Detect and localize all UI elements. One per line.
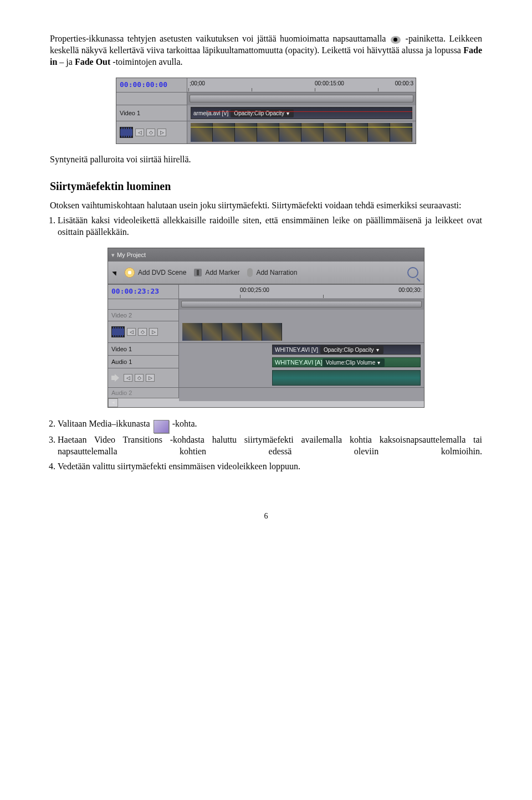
clip-property-dropdown[interactable]: Opacity:Clip Opacity ▾	[231, 109, 294, 117]
marker-icon	[194, 269, 202, 276]
track-tool[interactable]: ▷	[146, 374, 155, 382]
dvd-icon	[125, 268, 135, 278]
track-header-video1[interactable]: Video 1	[116, 105, 187, 121]
paragraph-3: Otoksen vaihtumiskohtaan halutaan usein …	[50, 200, 482, 212]
work-area-bar[interactable]	[190, 95, 413, 102]
page-number: 6	[50, 511, 482, 521]
steps-list-cont: Valitaan Media–ikkunasta -kohta. Haetaan…	[58, 418, 482, 472]
track-header-video1b[interactable]: Video 1	[108, 343, 179, 355]
track-controls: ◁ ◇ ▷	[116, 121, 187, 143]
audio-waveform[interactable]	[272, 370, 421, 386]
selection-tool-icon[interactable]	[112, 270, 118, 276]
track-header-audio1-ctrl: ◁ ◇ ▷	[108, 368, 179, 387]
timecode-display-2[interactable]: 00:00:23:23	[108, 285, 179, 299]
step-2: Valitaan Media–ikkunasta -kohta.	[58, 418, 482, 431]
track-tool-2[interactable]: ◇	[146, 129, 155, 136]
track-tool-1[interactable]: ◁	[135, 129, 144, 136]
clip-property-dropdown[interactable]: Volume:Clip Volume ▾	[323, 358, 385, 367]
track-header-video2[interactable]: Video 2	[108, 310, 179, 321]
clip-thumbnail-strip[interactable]	[191, 123, 412, 142]
video-clip-armeija[interactable]: armeija.avi [V] Opacity:Clip Opacity ▾	[191, 107, 412, 119]
clip-property-dropdown[interactable]: Opacity:Clip Opacity ▾	[320, 346, 383, 354]
track-tool[interactable]: ◇	[135, 374, 144, 382]
chevron-down-icon: ▾	[287, 110, 289, 117]
step-1: Lisätään kaksi videoleikettä allekkaisil…	[58, 215, 482, 238]
clip-thumbnail-strip-v2[interactable]	[182, 323, 282, 341]
track-header-audio1[interactable]: Audio 1	[108, 356, 179, 368]
track-header-video2-ctrl: ◁ ◇ ▷	[108, 321, 179, 342]
collapse-triangle-icon[interactable]: ▾	[111, 251, 115, 259]
heading-transition: Siirtymäefektin luominen	[50, 179, 482, 193]
track-tool[interactable]: ◁	[124, 374, 132, 382]
timeline-toolbar: Add DVD Scene Add Marker Add Narration	[108, 261, 424, 284]
timeline-screenshot-2: ▾ My Project Add DVD Scene Add Marker Ad…	[108, 248, 424, 408]
project-panel-header[interactable]: ▾ My Project	[108, 248, 424, 261]
microphone-icon	[247, 268, 253, 277]
filmstrip-icon	[120, 127, 133, 138]
transitions-palette-icon	[154, 420, 169, 433]
add-narration-button[interactable]: Add Narration	[247, 268, 297, 277]
speaker-icon	[111, 373, 121, 382]
work-area-bar-2[interactable]	[181, 301, 422, 307]
fade-out-term: Fade Out	[75, 57, 110, 66]
step-3: Haetaan Video Transitions -kohdasta halu…	[58, 434, 482, 458]
video-clip-whitney[interactable]: WHITNEY.AVI [V] Opacity:Clip Opacity ▾	[272, 345, 421, 355]
track-tool[interactable]: ◇	[138, 328, 147, 336]
time-ruler-2[interactable]: 00:00;25:00 00:00;30:	[179, 285, 424, 298]
timeline-screenshot-1: 00:00:00:00 ;00;00 00:00:15:00 00:00:3 V…	[116, 78, 416, 144]
eye-toggle-icon	[391, 36, 401, 44]
add-dvd-scene-button[interactable]: Add DVD Scene	[125, 268, 186, 278]
track-header-audio2[interactable]: Audio 2	[108, 388, 179, 398]
time-ruler[interactable]: ;00;00 00:00:15:00 00:00:3	[187, 78, 416, 91]
paragraph-1: Properties-ikkunassa tehtyjen asetusten …	[50, 33, 482, 68]
track-tool[interactable]: ▷	[149, 328, 158, 336]
opacity-rubberband[interactable]	[191, 127, 412, 127]
paragraph-2: Syntyneitä palluroita voi siirtää hiirel…	[50, 154, 482, 166]
timecode-display[interactable]: 00:00:00:00	[116, 78, 187, 92]
project-title: My Project	[117, 251, 146, 259]
scroll-left-button[interactable]: ◂	[108, 398, 118, 407]
add-marker-button[interactable]: Add Marker	[194, 269, 239, 278]
zoom-icon[interactable]	[407, 267, 418, 278]
audio-clip-whitney[interactable]: WHITNEY.AVI [A] Volume:Clip Volume ▾	[272, 357, 421, 367]
playhead-line	[207, 111, 412, 112]
track-tool[interactable]: ◁	[127, 328, 136, 336]
filmstrip-icon	[111, 326, 125, 337]
steps-list: Lisätään kaksi videoleikettä allekkaisil…	[58, 215, 482, 238]
step-4: Vedetään valittu siirtymäefekti ensimmäi…	[58, 461, 482, 473]
track-tool-3[interactable]: ▷	[157, 129, 166, 136]
chevron-down-icon: ▾	[376, 346, 379, 353]
chevron-down-icon: ▾	[377, 359, 380, 366]
